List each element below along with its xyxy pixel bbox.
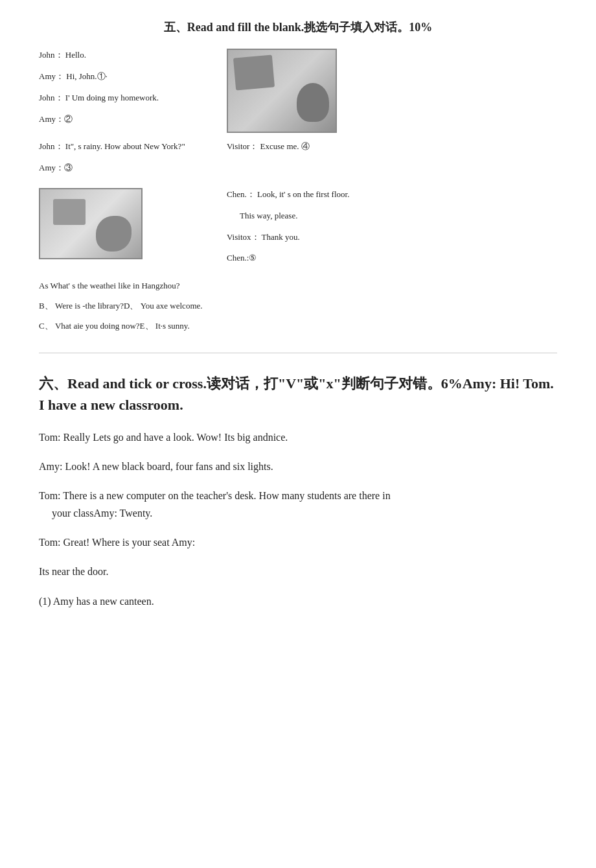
speaker-tom-1: Tom: bbox=[39, 432, 63, 443]
text-john-3: It", s rainy. How about New York?" bbox=[65, 141, 185, 151]
section-5: 五、Read and fill the blank.挑选句子填入对话。10% J… bbox=[39, 19, 557, 333]
choice-B: B、 Were is -the library?D、 You axe welco… bbox=[39, 299, 557, 313]
speaker-visitox-1: Visitox： bbox=[227, 232, 260, 242]
speaker-chen-2: Chen.:⑤ bbox=[227, 253, 257, 263]
text-chen-1b: This way, please. bbox=[240, 211, 297, 220]
text-tom-2b: your classAmy: Twenty. bbox=[39, 504, 557, 522]
text-tom-3: Great! Where is your seat Amy: bbox=[63, 537, 196, 548]
speaker-tom-3: Tom: bbox=[39, 537, 63, 548]
section-5-title: 五、Read and fill the blank.挑选句子填入对话。10% bbox=[39, 19, 557, 36]
section-6-title-text: 六、Read and tick or cross.读对话，打"V"或"x"判断句… bbox=[39, 375, 554, 413]
speaker-amy-3: Amy：③ bbox=[39, 163, 73, 172]
choice-B-text: B、 Were is -the library?D、 You axe welco… bbox=[39, 301, 203, 311]
section-6-title: 六、Read and tick or cross.读对话，打"V"或"x"判断句… bbox=[39, 373, 557, 416]
speaker-amy-1: Amy： bbox=[39, 71, 64, 81]
dialogue-john-3: John： It", s rainy. How about New York?" bbox=[39, 140, 207, 154]
dialogue-amy-6-1: Amy: Look! A new black board, four fans … bbox=[39, 458, 557, 475]
speaker-john-2: John： bbox=[39, 93, 63, 102]
speaker-john-1: John： bbox=[39, 50, 63, 60]
dialogue-john-2: John： I' Um doing my homework. bbox=[39, 91, 207, 105]
speaker-amy-6-1: Amy: bbox=[39, 461, 65, 472]
dialogue-chen-2: Chen.:⑤ bbox=[227, 252, 557, 265]
question-1: (1) Amy has a new canteen. bbox=[39, 592, 557, 610]
dialogue-tom-2: Tom: There is a new computer on the teac… bbox=[39, 487, 557, 522]
text-chen-1: Look, it' s on the first floor. bbox=[257, 189, 349, 199]
question-1-text: (1) Amy has a new canteen. bbox=[39, 596, 154, 607]
left-image-bottom bbox=[39, 188, 207, 273]
dialogue-chen-1b: This way, please. bbox=[227, 209, 557, 223]
speaker-tom-2: Tom: bbox=[39, 490, 63, 501]
section-divider bbox=[39, 353, 557, 353]
left-middle: John： It", s rainy. How about New York?"… bbox=[39, 140, 207, 183]
choice-A-text: As What' s the weathei like in Hangzhou? bbox=[39, 281, 180, 290]
dialogue-john-1: John： Hello. bbox=[39, 49, 207, 62]
dialogue-its: Its near the door. bbox=[39, 563, 557, 580]
image-bottom bbox=[39, 188, 143, 259]
section-6: 六、Read and tick or cross.读对话，打"V"或"x"判断句… bbox=[39, 373, 557, 610]
right-middle: Visitor： Excuse me. ④ bbox=[227, 140, 557, 161]
choice-C-text: C、 Vhat aie you doing now?E、 It·s sunny. bbox=[39, 321, 190, 331]
text-its: Its near the door. bbox=[39, 566, 109, 577]
dialogue-tom-1: Tom: Really Lets go and have a look. Wow… bbox=[39, 428, 557, 446]
speaker-visitor-1: Visitor： bbox=[227, 141, 258, 151]
dialogue-tom-3: Tom: Great! Where is your seat Amy: bbox=[39, 534, 557, 551]
image-top bbox=[227, 49, 337, 133]
text-visitor-1: Excuse me. ④ bbox=[260, 141, 310, 151]
choices-section: As What' s the weathei like in Hangzhou?… bbox=[39, 279, 557, 333]
text-tom-2: There is a new computer on the teacher's… bbox=[63, 490, 390, 501]
dialogue-amy-2: Amy：② bbox=[39, 113, 207, 126]
right-dialogue-bottom: Chen.： Look, it' s on the first floor. T… bbox=[227, 188, 557, 273]
right-image-top bbox=[227, 49, 557, 134]
text-tom-1: Really Lets go and have a look. Wow! Its… bbox=[63, 432, 288, 443]
dialogue-amy-1: Amy： Hi, John.①· bbox=[39, 70, 207, 84]
text-amy-6-1: Look! A new black board, four fans and s… bbox=[65, 461, 273, 472]
text-john-1: Hello. bbox=[65, 50, 86, 60]
left-dialogue-top: John： Hello. Amy： Hi, John.①· John： I' U… bbox=[39, 49, 207, 134]
text-amy-1: Hi, John.①· bbox=[66, 71, 108, 81]
dialogue-visitor-1: Visitor： Excuse me. ④ bbox=[227, 140, 557, 154]
choice-A: As What' s the weathei like in Hangzhou? bbox=[39, 279, 557, 293]
choice-C: C、 Vhat aie you doing now?E、 It·s sunny. bbox=[39, 320, 557, 333]
speaker-chen-1: Chen.： bbox=[227, 189, 255, 199]
speaker-amy-2: Amy：② bbox=[39, 114, 73, 124]
text-john-2: I' Um doing my homework. bbox=[65, 93, 159, 102]
dialogue-chen-1: Chen.： Look, it' s on the first floor. bbox=[227, 188, 557, 202]
text-visitox-1: Thank you. bbox=[262, 232, 300, 242]
dialogue-visitox-1: Visitox： Thank you. bbox=[227, 231, 557, 244]
dialogue-amy-3: Amy：③ bbox=[39, 161, 207, 175]
speaker-john-3: John： bbox=[39, 141, 63, 151]
